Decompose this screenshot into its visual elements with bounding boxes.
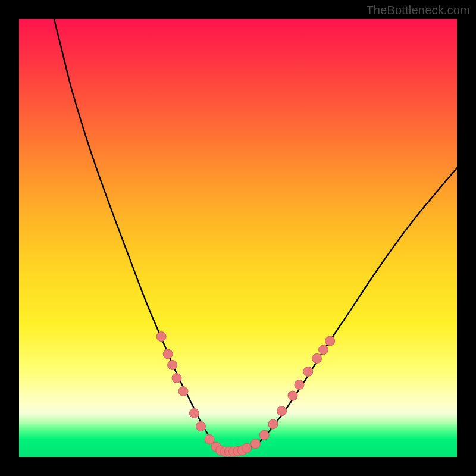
data-marker (250, 439, 260, 449)
data-markers (156, 332, 334, 457)
data-marker (163, 349, 173, 359)
data-marker (325, 336, 335, 346)
data-marker (196, 422, 205, 431)
bottleneck-curve (54, 19, 457, 452)
data-marker (259, 430, 269, 440)
data-marker (319, 345, 328, 355)
data-marker (312, 353, 322, 363)
data-marker (156, 332, 166, 342)
data-marker (205, 435, 214, 444)
chart-svg (19, 19, 457, 457)
data-marker (189, 408, 199, 418)
data-marker (172, 374, 181, 383)
attribution-label: TheBottleneck.com (366, 4, 470, 17)
data-marker (178, 387, 188, 396)
data-marker (277, 406, 287, 416)
data-marker (295, 380, 304, 390)
plot-area (19, 19, 457, 457)
data-marker (288, 391, 298, 400)
data-marker (242, 443, 252, 453)
data-marker (168, 360, 177, 369)
data-marker (303, 367, 313, 377)
data-marker (268, 419, 278, 429)
chart-frame: TheBottleneck.com (0, 0, 476, 476)
